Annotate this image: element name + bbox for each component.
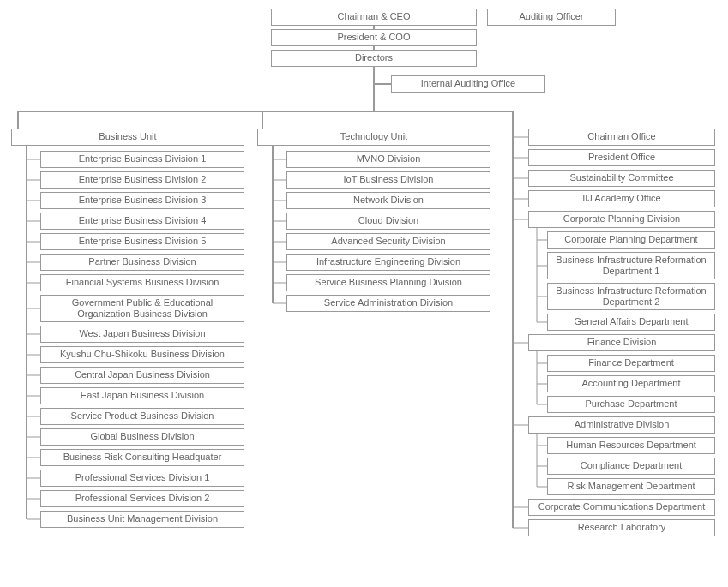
business-item: East Japan Business Division [40,387,244,404]
business-item: Enterprise Business Division 3 [40,192,244,209]
corporate-subitem: General Affairs Department [547,314,715,331]
internal-audit-box: Internal Auditing Office [391,75,545,93]
corporate-subitem: Corporate Planning Department [547,231,715,249]
business-item: Enterprise Business Division 1 [40,151,244,168]
technology-item: Network Division [286,192,490,209]
technology-item: Service Administration Division [286,295,490,312]
corporate-item: Corporate Planning Division [528,211,715,228]
coo-box: President & COO [271,29,477,46]
technology-unit-box: Technology Unit [257,129,490,146]
auditing-officer-box: Auditing Officer [487,9,616,26]
business-item: West Japan Business Division [40,326,244,343]
corporate-subitem: Compliance Department [547,458,715,475]
technology-item: MVNO Division [286,151,490,168]
directors-box: Directors [271,50,477,67]
corporate-item: Corporate Communications Department [528,499,715,516]
business-item: Partner Business Division [40,254,244,271]
business-item: Global Business Division [40,428,244,446]
corporate-subitem: Accounting Department [547,375,715,392]
ceo-box: Chairman & CEO [271,9,477,26]
corporate-item: Finance Division [528,334,715,351]
corporate-item: IIJ Academy Office [528,190,715,207]
technology-item: Infrastructure Engineering Division [286,254,490,271]
corporate-item: Research Laboratory [528,519,715,536]
corporate-subitem: Business Infrastructure Reformation Depa… [547,283,715,310]
business-item: Central Japan Business Division [40,367,244,384]
technology-item: Advanced Security Division [286,233,490,250]
business-item: Enterprise Business Division 2 [40,171,244,189]
corporate-subitem: Purchase Department [547,396,715,413]
business-unit-box: Business Unit [11,129,244,146]
corporate-item: Sustainability Committee [528,170,715,187]
business-item: Financial Systems Business Division [40,274,244,291]
business-item: Business Risk Consulting Headquater [40,449,244,466]
corporate-item: Chairman Office [528,129,715,146]
technology-item: Service Business Planning Division [286,274,490,291]
business-item: Service Product Business Division [40,408,244,425]
business-item: Enterprise Business Division 4 [40,213,244,230]
corporate-subitem: Business Infrastructure Reformation Depa… [547,252,715,279]
corporate-item: President Office [528,149,715,166]
business-item: Professional Services Division 1 [40,470,244,487]
business-item: Government Public & Educational Organiza… [40,295,244,322]
business-item: Kyushu Chu-Shikoku Business Division [40,346,244,363]
corporate-subitem: Risk Management Department [547,478,715,495]
corporate-subitem: Human Resources Department [547,437,715,454]
business-item: Enterprise Business Division 5 [40,233,244,250]
business-item: Professional Services Division 2 [40,490,244,507]
technology-item: IoT Business Division [286,171,490,189]
corporate-item: Administrative Division [528,416,715,434]
business-item: Business Unit Management Division [40,511,244,528]
corporate-subitem: Finance Department [547,355,715,372]
technology-item: Cloud Division [286,213,490,230]
